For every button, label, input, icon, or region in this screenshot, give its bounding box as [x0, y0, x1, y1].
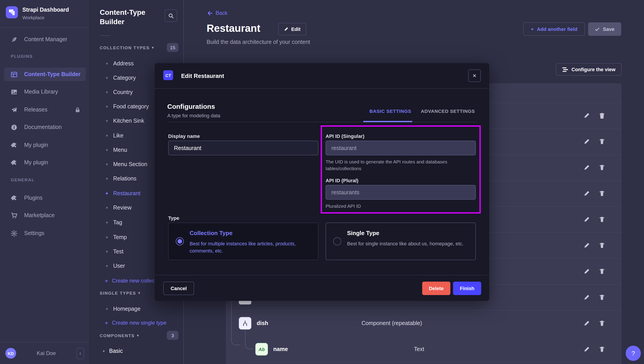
delete-row-button[interactable] [599, 346, 605, 352]
collection-type-card[interactable]: Collection Type Best for multiple instan… [168, 223, 318, 260]
close-icon: ✕ [472, 73, 476, 79]
workspace-header[interactable]: Strapi Dashboard Workplace [0, 0, 90, 28]
delete-row-button[interactable] [599, 268, 605, 274]
edit-row-button[interactable] [584, 164, 590, 170]
lock-icon [75, 107, 80, 113]
delete-row-button[interactable] [599, 112, 605, 119]
configure-view-label: Configure the view [572, 67, 616, 72]
tab-advanced-settings[interactable]: ADVANCED SETTINGS [421, 108, 475, 114]
edit-row-button[interactable] [584, 216, 590, 223]
save-button[interactable]: Save [588, 22, 621, 36]
edit-row-button[interactable] [584, 112, 590, 119]
sidebar-item-media-library[interactable]: Media Library [4, 85, 86, 98]
bullet-icon [106, 77, 108, 79]
tab-basic-settings[interactable]: BASIC SETTINGS [370, 108, 411, 114]
radio-selected-icon[interactable] [176, 237, 184, 245]
edit-row-button[interactable] [584, 294, 590, 300]
display-name-input[interactable] [168, 141, 318, 155]
sidebar-item-content-manager[interactable]: Content Manager [4, 33, 86, 46]
api-id-singular-input[interactable] [326, 141, 476, 155]
radio-unselected-icon[interactable] [333, 237, 341, 245]
tree-connector [231, 301, 240, 345]
single-type-card[interactable]: Single Type Best for single instance lik… [326, 223, 476, 260]
edit-button[interactable]: Edit [278, 23, 306, 35]
collection-types-label: COLLECTION TYPES [100, 45, 150, 50]
edit-row-button[interactable] [584, 190, 590, 197]
general-section-label: GENERAL [11, 177, 35, 182]
sidebar-item-label: Releases [24, 107, 48, 113]
puzzle-icon [11, 159, 18, 166]
add-another-field-button[interactable]: + Add another field [523, 22, 585, 36]
sidebar-item-content-type-builder[interactable]: Content-Type Builder [4, 68, 86, 81]
sidebar-footer: KD Kai Doe ‹ [0, 342, 90, 364]
delete-button[interactable]: Delete [422, 282, 450, 295]
row-divider [226, 310, 622, 311]
delete-row-button[interactable] [599, 216, 605, 223]
cancel-button[interactable]: Cancel [163, 282, 194, 295]
create-single-type-link[interactable]: + Create new single type [105, 319, 166, 326]
configurations-subheading: A type for modeling data [167, 113, 220, 118]
delete-row-button[interactable] [599, 242, 605, 249]
delete-row-button[interactable] [599, 190, 605, 197]
search-button[interactable] [164, 10, 177, 22]
delete-row-button[interactable] [599, 138, 605, 145]
sidebar-item-label: Plugins [24, 195, 42, 201]
table-row-actions [584, 190, 605, 197]
chevron-left-icon: ‹ [80, 350, 81, 356]
help-button[interactable]: ? [626, 346, 641, 361]
table-row-actions [584, 112, 605, 119]
components-count-badge: 3 [167, 331, 178, 340]
tree-connector [245, 330, 253, 349]
api-id-plural-input[interactable] [326, 185, 476, 200]
plus-icon: + [105, 277, 108, 284]
field-name: name [273, 346, 288, 352]
collection-type-desc: Best for multiple instances like article… [190, 240, 312, 254]
delete-row-button[interactable] [599, 164, 605, 170]
configure-view-button[interactable]: Configure the view [556, 63, 622, 76]
sidebar-item-my-plugin-2[interactable]: My plugin [4, 156, 86, 169]
collapse-sidebar-button[interactable]: ‹ [76, 348, 84, 359]
row-divider [250, 362, 613, 362]
picture-icon [11, 88, 18, 95]
sliders-icon [562, 67, 568, 72]
sidebar-item-label: Marketplace [24, 212, 54, 219]
puzzle-icon [11, 195, 18, 201]
edit-row-button[interactable] [584, 138, 590, 145]
sidebar-item-releases[interactable]: Releases [4, 103, 86, 116]
tabs-divider [167, 122, 477, 122]
edit-row-button[interactable] [584, 320, 590, 326]
edit-row-button[interactable] [584, 346, 590, 352]
delete-row-button[interactable] [599, 294, 605, 300]
table-row-actions [584, 216, 605, 223]
single-item-homepage[interactable]: Homepage [90, 302, 184, 316]
puzzle-icon [11, 142, 18, 148]
strapi-logo [6, 6, 18, 18]
sidebar-item-marketplace[interactable]: Marketplace [4, 209, 86, 222]
edit-row-button[interactable] [584, 268, 590, 274]
edit-row-button[interactable] [584, 242, 590, 249]
paper-plane-icon [11, 106, 18, 113]
close-button[interactable]: ✕ [468, 69, 481, 82]
bullet-icon [106, 120, 108, 122]
single-types-header[interactable]: SINGLE TYPES ▾ [100, 291, 140, 295]
finish-button[interactable]: Finish [453, 282, 481, 295]
components-header[interactable]: COMPONENTS ▾ [100, 333, 139, 338]
sidebar-item-documentation[interactable]: Documentation [4, 120, 86, 134]
info-icon [11, 124, 18, 130]
question-mark-icon: ? [632, 350, 635, 357]
avatar[interactable]: KD [5, 348, 16, 359]
collection-count-badge: 15 [167, 43, 178, 52]
component-group-basic[interactable]: ▾ Basic [103, 348, 123, 354]
plugins-section-label: PLUGINS [11, 54, 33, 59]
back-link[interactable]: Back [206, 10, 228, 16]
sidebar-item-label: My plugin [24, 142, 48, 148]
sidebar-item-my-plugin-1[interactable]: My plugin [4, 138, 86, 152]
collection-types-header[interactable]: COLLECTION TYPES ▾ [100, 45, 154, 50]
search-icon [168, 13, 174, 19]
sidebar-item-plugins[interactable]: Plugins [4, 191, 86, 205]
table-row-actions [584, 242, 605, 249]
bullet-icon [106, 251, 108, 253]
delete-row-button[interactable] [599, 320, 605, 326]
sidebar-item-settings[interactable]: Settings [4, 227, 86, 240]
single-type-title: Single Type [347, 230, 379, 236]
